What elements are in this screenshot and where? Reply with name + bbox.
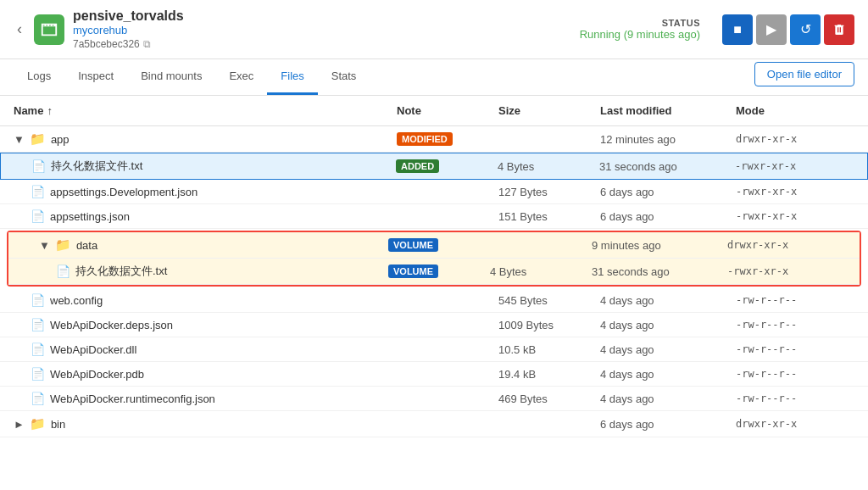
file-name: ► 📁 bin [14, 416, 397, 432]
table-row[interactable]: ► 📁 bin 6 days ago drwxr-xr-x [0, 411, 868, 437]
tab-logs[interactable]: Logs [14, 59, 64, 95]
col-modified: 6 days ago [600, 210, 736, 223]
files-content: Name ↑ Note Size Last modified Mode ▼ 📁 … [0, 96, 868, 437]
file-name: 📄 appsettings.json [14, 209, 397, 223]
file-icon: 📄 [56, 264, 70, 278]
file-name: 📄 持久化数据文件.txt [22, 264, 388, 279]
col-mode: -rw-r--r-- [736, 393, 854, 404]
file-icon: 📄 [31, 367, 45, 381]
col-mode: -rw-r--r-- [736, 368, 854, 380]
col-note-header: Note [397, 104, 498, 117]
red-outline-group: ▼ 📁 data VOLUME 9 minutes ago drwxr-xr-x… [7, 231, 861, 287]
file-name: 📄 WebApiDocker.pdb [14, 367, 397, 381]
file-icon: 📄 [31, 392, 45, 405]
col-modified: 12 minutes ago [600, 133, 736, 146]
col-mode: -rwxr-xr-x [735, 160, 854, 172]
file-name: 📄 appsettings.Development.json [14, 185, 397, 198]
file-icon: 📄 [31, 318, 45, 331]
col-size: 4 Bytes [498, 160, 599, 173]
table-row[interactable]: 📄 appsettings.Development.json 127 Bytes… [0, 180, 868, 204]
stop-button[interactable]: ■ [722, 14, 753, 45]
table-row[interactable]: 📄 持久化数据文件.txt ADDED 4 Bytes 31 seconds a… [0, 153, 868, 180]
file-name: 📄 web.config [14, 293, 397, 307]
col-modified: 4 days ago [600, 343, 736, 356]
tab-inspect[interactable]: Inspect [64, 59, 127, 95]
file-name: 📄 WebApiDocker.dll [14, 342, 397, 356]
container-link[interactable]: mycorehub [73, 24, 127, 36]
status-label: STATUS [662, 18, 700, 28]
col-size: 10.5 kB [498, 343, 600, 356]
copy-id-icon[interactable]: ⧉ [143, 38, 151, 50]
col-note: VOLUME [388, 264, 490, 278]
tabs-bar: Logs Inspect Bind mounts Exec Files Stat… [0, 59, 868, 96]
file-name: ▼ 📁 app [14, 131, 397, 147]
col-note: VOLUME [388, 238, 490, 252]
back-button[interactable]: ‹ [14, 17, 25, 42]
col-note: MODIFIED [397, 132, 498, 146]
table-row[interactable]: 📄 WebApiDocker.deps.json 1009 Bytes 4 da… [0, 313, 868, 337]
table-row[interactable]: 📄 WebApiDocker.dll 10.5 kB 4 days ago -r… [0, 337, 868, 362]
col-modified: 6 days ago [600, 186, 736, 198]
table-row[interactable]: 📄 WebApiDocker.pdb 19.4 kB 4 days ago -r… [0, 362, 868, 387]
folder-icon: 📁 [55, 237, 71, 253]
col-note: ADDED [396, 159, 498, 173]
header: ‹ pensive_torvalds mycorehub 7a5bcebec32… [0, 0, 868, 59]
container-id: 7a5bcebec326 ⧉ [73, 38, 571, 50]
table-row[interactable]: ▼ 📁 app MODIFIED 12 minutes ago drwxr-xr… [0, 126, 868, 153]
col-mode-header: Mode [736, 104, 854, 117]
table-row[interactable]: 📄 web.config 545 Bytes 4 days ago -rw-r-… [0, 288, 868, 313]
tab-stats[interactable]: Stats [318, 59, 370, 95]
file-icon: 📄 [31, 209, 45, 223]
badge-volume: VOLUME [388, 264, 438, 278]
badge-added: ADDED [396, 159, 439, 173]
pause-button[interactable]: ▶ [756, 14, 787, 45]
chevron-icon: ► [14, 418, 25, 431]
restart-button[interactable]: ↺ [790, 14, 821, 45]
col-modified: 9 minutes ago [592, 239, 727, 252]
col-size: 4 Bytes [490, 265, 592, 278]
table-row[interactable]: 📄 appsettings.json 151 Bytes 6 days ago … [0, 204, 868, 229]
container-name: pensive_torvalds [73, 8, 571, 24]
col-modified: 4 days ago [600, 319, 736, 331]
file-name: ▼ 📁 data [22, 237, 388, 253]
col-modified: 31 seconds ago [592, 265, 727, 278]
col-modified: 6 days ago [600, 418, 736, 431]
tab-bind-mounts[interactable]: Bind mounts [127, 59, 215, 95]
table-row[interactable]: 📄 持久化数据文件.txt VOLUME 4 Bytes 31 seconds … [8, 259, 860, 285]
col-mode: -rw-r--r-- [736, 319, 854, 331]
col-mode: -rwxr-xr-x [736, 210, 854, 222]
table-row[interactable]: ▼ 📁 data VOLUME 9 minutes ago drwxr-xr-x [8, 232, 860, 259]
col-mode: -rwxr-xr-x [727, 265, 846, 277]
col-name-header: Name ↑ [14, 104, 397, 117]
table-row[interactable]: 📄 WebApiDocker.runtimeconfig.json 469 By… [0, 387, 868, 411]
col-mode: -rw-r--r-- [736, 294, 854, 306]
badge-volume: VOLUME [388, 238, 438, 252]
col-modified: 4 days ago [600, 368, 736, 381]
col-mode: -rwxr-xr-x [736, 186, 854, 198]
table-header: Name ↑ Note Size Last modified Mode [0, 96, 868, 126]
col-modified: 4 days ago [600, 393, 736, 405]
file-icon: 📄 [31, 159, 46, 173]
file-icon: 📄 [31, 293, 45, 307]
col-modified: 4 days ago [600, 294, 736, 307]
col-modified-header: Last modified [600, 104, 736, 117]
file-name: 📄 持久化数据文件.txt [14, 159, 396, 174]
col-size: 1009 Bytes [498, 319, 600, 331]
action-buttons: ■ ▶ ↺ [722, 14, 854, 45]
chevron-icon: ▼ [14, 133, 25, 146]
col-mode: drwxr-xr-x [736, 133, 854, 145]
col-size: 469 Bytes [498, 393, 600, 405]
open-file-editor-button[interactable]: Open file editor [754, 62, 854, 86]
col-size: 127 Bytes [498, 186, 600, 198]
tab-files[interactable]: Files [267, 59, 317, 95]
container-info: pensive_torvalds mycorehub 7a5bcebec326 … [73, 8, 571, 50]
file-name: 📄 WebApiDocker.runtimeconfig.json [14, 392, 397, 405]
folder-icon: 📁 [30, 131, 46, 147]
container-icon [34, 14, 64, 45]
badge-modified: MODIFIED [397, 132, 453, 146]
col-modified: 31 seconds ago [599, 160, 735, 173]
delete-button[interactable] [824, 14, 854, 45]
file-icon: 📄 [31, 185, 45, 198]
sort-icon[interactable]: ↑ [47, 104, 53, 117]
tab-exec[interactable]: Exec [215, 59, 267, 95]
